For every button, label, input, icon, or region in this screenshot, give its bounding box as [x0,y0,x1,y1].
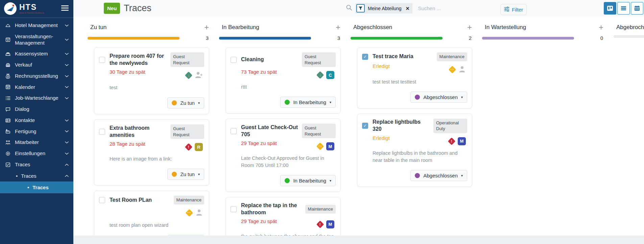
card-state-dropdown[interactable]: Abgeschlossen [410,92,467,103]
sidebar-item-label: Fertigung [15,128,62,135]
sidebar-item-kassensystem[interactable]: Kassensystem [0,48,73,59]
card-checkbox[interactable] [231,128,237,134]
sidebar-item-dialog[interactable]: Dialog [0,104,73,115]
filter-chip-label: Meine Abteilung [368,6,402,11]
card-checkbox[interactable] [99,197,105,203]
sidebar-item-kalender[interactable]: Kalender [0,82,73,93]
trace-card[interactable]: Cleaning Guest Request 73 Tage zu spät C… [225,47,341,114]
card-checkbox[interactable] [99,57,105,63]
chevron-down-icon [65,152,69,155]
card-title: Prepare room 407 for the newlyweds [110,53,168,67]
sidebar-item-job-warteschlange[interactable]: Job-Warteschlange [0,93,73,104]
trace-card[interactable]: Prepare room 407 for the newlyweds Guest… [94,47,209,114]
sidebar-item-label: Hotel Management [15,22,62,29]
state-label: Abgeschlossen [423,94,458,100]
page-title: Traces [124,3,151,14]
sidebar-item-label: Veranstaltungen-Management [15,33,62,46]
sidebar-item-verkauf[interactable]: Verkauf [0,59,73,71]
sidebar-item-hotel-management[interactable]: Hotel Management [0,20,73,31]
chevron-down-icon [65,97,69,99]
card-state-dropdown[interactable]: Zu tun [167,169,204,180]
chevron-down-icon [65,39,69,41]
column-title: In Bearbeitung [222,24,259,31]
sidebar-item-veranstaltungen-management[interactable]: Veranstaltungen-Management [0,31,73,49]
column-count: 0 [600,35,606,41]
sliders-icon [504,6,509,13]
new-trace-button[interactable]: Neu [104,3,120,14]
card-checkbox[interactable] [231,57,237,63]
card-category-badge: Maintenance [437,52,467,61]
trace-card[interactable]: Replace the tap in the bathroom Maintena… [225,197,341,236]
state-label: Zu tun [180,100,195,106]
column-color-bar [219,37,311,40]
close-icon[interactable] [406,6,410,11]
sidebar-item-label: Dialog [15,106,69,113]
factory-icon [5,128,11,135]
logo-text: HTS Hotel & Tourism Solutions [19,3,44,14]
column-color-bar [88,37,180,40]
logo-title: HTS [19,3,44,11]
hts-logo-icon[interactable] [4,2,17,15]
filter-button[interactable]: Filter [500,4,527,15]
card-checkbox[interactable] [231,206,237,212]
card-status-text: 30 Tage zu spät [110,69,145,75]
add-card-icon[interactable] [336,23,340,31]
assignee-avatar: M [326,220,334,228]
sidebar-item-fertigung[interactable]: Fertigung [0,126,73,137]
money-bag-icon [5,73,11,79]
queue-list-icon [5,95,11,101]
hamburger-menu-icon[interactable] [60,4,70,13]
card-category-badge: Guest Request [302,52,336,67]
trace-card[interactable]: Test Room PLan Maintenance test room pla… [94,191,209,236]
calendar-view-icon[interactable] [631,2,643,15]
search-input[interactable] [418,5,489,11]
card-category-badge: Guest Request [302,124,336,138]
column-title: Abgebrochen [616,24,644,31]
card-status-text: 29 Tage zu spät [241,218,277,224]
column-count: 2 [469,35,475,41]
sidebar-item-kontakte[interactable]: Kontakte [0,115,73,126]
trace-card[interactable]: Guest Late Check-Out 705 Guest Request 2… [225,119,341,192]
card-title: Replace the tap in the bathroom [241,202,303,216]
card-checkbox-checked[interactable] [362,54,368,60]
add-card-icon[interactable] [204,23,209,31]
column-abgebrochen: Abgebrochen [614,23,644,236]
add-card-icon[interactable] [599,23,603,31]
sidebar-item-rechnungsstellung[interactable]: Rechnungsstellung [0,71,73,82]
card-state-dropdown[interactable]: Zu tun [167,235,204,236]
sidebar-subitem-traces-active[interactable]: Traces [0,181,73,193]
sidebar-subitem-label: Traces [21,173,62,179]
sidebar-item-mitarbeiter[interactable]: Mitarbeiter [0,137,73,148]
card-list: Cleaning Guest Request 73 Tage zu spät C… [219,47,343,236]
card-title: Test Room PLan [110,197,171,204]
card-description: Replace lightbulbs in the bathroom and n… [362,150,467,164]
card-checkbox[interactable] [99,129,105,135]
column-color-bar [351,37,443,40]
funnel-icon [356,4,365,13]
trace-card[interactable]: Test trace Maria Maintenance Erledigt te… [357,47,472,108]
card-checkbox-checked[interactable] [362,123,368,129]
filter-chip-meine-abteilung[interactable]: Meine Abteilung [355,3,412,14]
card-state-dropdown[interactable]: Abgeschlossen [410,170,467,181]
state-color-dot [172,172,177,177]
card-state-dropdown[interactable]: Zu tun [167,97,204,108]
sidebar-item-einstellungen[interactable]: Einstellungen [0,148,73,159]
add-card-icon[interactable] [467,23,472,31]
card-state-dropdown[interactable]: In Bearbeitung [280,175,336,186]
list-view-icon[interactable] [617,2,630,15]
state-label: Abgeschlossen [423,173,458,178]
caret-down-icon [461,95,463,99]
trace-card[interactable]: Extra bathroom amenities Guest Request 2… [94,119,209,186]
card-state-dropdown[interactable]: In Bearbeitung [280,97,336,108]
column-count: 3 [337,35,343,41]
card-status-text: Erledigt [373,63,390,69]
sidebar-subitem-traces[interactable]: Traces [0,170,73,181]
priority-urgent-icon [316,221,324,228]
app-root: HTS Hotel & Tourism Solutions Hotel Mana… [0,0,644,244]
card-title: Replace lightbulbs 320 [373,119,431,133]
kanban-view-icon[interactable] [604,2,616,15]
sidebar-item-traces[interactable]: Traces [0,159,73,170]
trace-card[interactable]: Replace lightbulbs 320 Operational Duty … [357,114,472,187]
search-icon [346,4,352,12]
card-list: Prepare room 407 for the newlyweds Guest… [88,47,212,236]
